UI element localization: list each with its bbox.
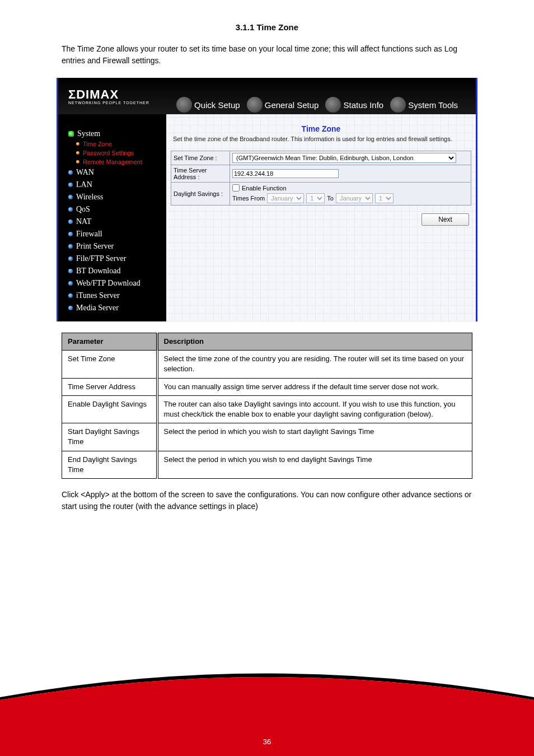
bullet-icon bbox=[68, 269, 73, 273]
timezone-select[interactable]: (GMT)Greenwich Mean Time: Dublin, Edinbu… bbox=[232, 153, 456, 163]
sidebar-sub-label: Password Settings bbox=[83, 150, 134, 156]
globe-icon bbox=[390, 97, 406, 113]
main-area: System Time Zone Password Settings Remot… bbox=[58, 114, 476, 321]
sidebar-label: System bbox=[77, 129, 100, 138]
globe-icon bbox=[325, 97, 341, 113]
topbar: ΣDIMAX NETWORKING PEOPLE TOGETHER Quick … bbox=[58, 78, 476, 114]
bullet-icon bbox=[68, 170, 73, 175]
sidebar-item-firewall[interactable]: Firewall bbox=[68, 228, 166, 240]
sidebar-label: Web/FTP Download bbox=[76, 279, 140, 288]
logo-subtext: NETWORKING PEOPLE TOGETHER bbox=[68, 101, 173, 105]
sidebar-sub-time-zone[interactable]: Time Zone bbox=[68, 139, 166, 148]
daylight-enable-label: Enable Function bbox=[242, 185, 287, 192]
desc-cell: Select the period in which you wish to s… bbox=[157, 423, 472, 451]
panel-desc: Set the time zone of the Broadband route… bbox=[173, 135, 471, 143]
bullet-icon bbox=[68, 207, 73, 212]
globe-icon bbox=[247, 97, 263, 113]
bullet-icon bbox=[68, 244, 73, 249]
parameter-table: Parameter Description Set Time Zone Sele… bbox=[62, 333, 472, 479]
tab-quick-setup[interactable]: Quick Setup bbox=[173, 97, 243, 113]
page-description: The Time Zone allows your router to set … bbox=[0, 38, 534, 78]
times-from-label: Times From bbox=[232, 195, 265, 202]
label-set-time-zone: Set Time Zone : bbox=[171, 151, 230, 165]
desc-cell: Select the time zone of the country you … bbox=[157, 351, 472, 378]
sidebar-label: Firewall bbox=[76, 230, 102, 239]
table-row: Time Server Address You can manually ass… bbox=[62, 378, 472, 395]
bullet-icon bbox=[68, 293, 73, 298]
router-screenshot: ΣDIMAX NETWORKING PEOPLE TOGETHER Quick … bbox=[57, 78, 477, 321]
check-icon bbox=[68, 131, 74, 137]
sidebar-sub-remote-management[interactable]: Remote Management bbox=[68, 157, 166, 166]
bullet-icon bbox=[68, 281, 73, 286]
sidebar-item-print-server[interactable]: Print Server bbox=[68, 240, 166, 253]
sidebar-sub-label: Remote Management bbox=[83, 158, 142, 165]
from-month-select[interactable]: January bbox=[267, 193, 304, 203]
sidebar-label: BT Download bbox=[76, 267, 120, 276]
label-daylight: Daylight Savings : bbox=[171, 183, 230, 206]
to-month-select[interactable]: January bbox=[336, 193, 373, 203]
bullet-icon bbox=[68, 195, 73, 199]
sidebar-item-bt-download[interactable]: BT Download bbox=[68, 265, 166, 277]
panel-title: Time Zone bbox=[171, 124, 471, 133]
after-text: Click <Apply> at the bottom of the scree… bbox=[0, 479, 534, 524]
sidebar-item-wireless[interactable]: Wireless bbox=[68, 191, 166, 203]
tab-label: System Tools bbox=[408, 100, 458, 110]
to-day-select[interactable]: 1 bbox=[375, 193, 394, 203]
sidebar-label: NAT bbox=[76, 217, 91, 226]
tab-status-info[interactable]: Status Info bbox=[322, 97, 387, 113]
desc-cell: Select the period in which you wish to e… bbox=[157, 451, 472, 478]
globe-icon bbox=[176, 97, 192, 113]
sidebar-item-web-ftp-download[interactable]: Web/FTP Download bbox=[68, 277, 166, 290]
sidebar-label: Media Server bbox=[76, 304, 119, 312]
sidebar-item-qos[interactable]: QoS bbox=[68, 203, 166, 216]
daylight-enable-checkbox[interactable] bbox=[232, 184, 240, 192]
sidebar-item-itunes-server[interactable]: iTunes Server bbox=[68, 290, 166, 302]
sidebar-label: File/FTP Server bbox=[76, 254, 126, 263]
from-day-select[interactable]: 1 bbox=[306, 193, 325, 203]
sidebar-item-nat[interactable]: NAT bbox=[68, 216, 166, 228]
col-head-param: Parameter bbox=[62, 333, 157, 351]
bullet-icon bbox=[68, 220, 73, 224]
tab-label: Quick Setup bbox=[194, 100, 240, 110]
form-table: Set Time Zone : (GMT)Greenwich Mean Time… bbox=[171, 151, 471, 206]
sidebar-item-system[interactable]: System bbox=[68, 128, 166, 139]
param-cell: Enable Daylight Savings bbox=[62, 395, 157, 423]
table-row: Start Daylight Savings Time Select the p… bbox=[62, 423, 472, 451]
sidebar-label: Print Server bbox=[76, 242, 114, 251]
sidebar-sub-password-settings[interactable]: Password Settings bbox=[68, 148, 166, 157]
table-row: End Daylight Savings Time Select the per… bbox=[62, 451, 472, 478]
top-tabs: Quick Setup General Setup Status Info Sy… bbox=[173, 78, 476, 114]
sidebar-label: QoS bbox=[76, 205, 90, 214]
tab-label: Status Info bbox=[343, 100, 383, 110]
sidebar-item-file-ftp-server[interactable]: File/FTP Server bbox=[68, 253, 166, 265]
content-panel: Time Zone Set the time zone of the Broad… bbox=[166, 114, 476, 321]
tab-general-setup[interactable]: General Setup bbox=[243, 97, 322, 113]
logo-text: ΣDIMAX bbox=[68, 87, 173, 102]
sidebar-item-lan[interactable]: LAN bbox=[68, 179, 166, 191]
param-cell: Set Time Zone bbox=[62, 351, 157, 378]
sidebar-label: LAN bbox=[76, 180, 92, 189]
param-cell: Time Server Address bbox=[62, 378, 157, 395]
tab-label: General Setup bbox=[265, 100, 319, 110]
bullet-icon bbox=[68, 183, 73, 187]
bullet-icon bbox=[68, 232, 73, 236]
bullet-icon bbox=[68, 306, 73, 310]
param-cell: End Daylight Savings Time bbox=[62, 451, 157, 478]
table-row: Set Time Zone Select the time zone of th… bbox=[62, 351, 472, 378]
param-cell: Start Daylight Savings Time bbox=[62, 423, 157, 451]
desc-cell: The router can also take Daylight saving… bbox=[157, 395, 472, 423]
label-time-server: Time Server Address : bbox=[171, 165, 230, 183]
bullet-icon bbox=[76, 151, 79, 155]
desc-cell: You can manually assign time server addr… bbox=[157, 378, 472, 395]
col-head-desc: Description bbox=[157, 333, 472, 351]
table-row: Enable Daylight Savings The router can a… bbox=[62, 395, 472, 423]
sidebar-item-wan[interactable]: WAN bbox=[68, 166, 166, 179]
tab-system-tools[interactable]: System Tools bbox=[387, 97, 461, 113]
sidebar-label: Wireless bbox=[76, 193, 103, 202]
bullet-icon bbox=[68, 256, 73, 261]
sidebar: System Time Zone Password Settings Remot… bbox=[58, 114, 166, 321]
sidebar-item-media-server[interactable]: Media Server bbox=[68, 302, 166, 314]
next-button[interactable]: Next bbox=[421, 213, 469, 226]
to-label: To bbox=[327, 195, 334, 202]
time-server-input[interactable] bbox=[232, 169, 339, 178]
